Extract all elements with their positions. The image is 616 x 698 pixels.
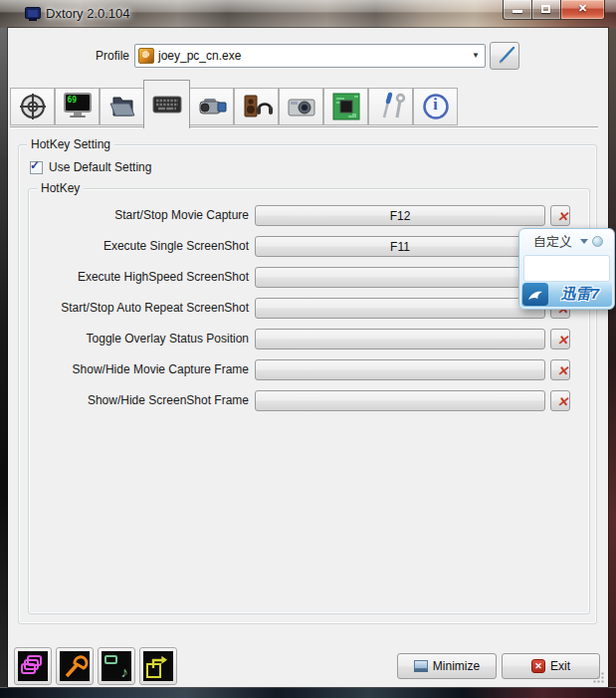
tab-audio[interactable]: [234, 88, 279, 125]
tab-advanced-tools[interactable]: [368, 88, 413, 125]
use-default-setting-label: Use Default Setting: [49, 160, 151, 174]
chip-icon: [330, 91, 362, 122]
keyboard-icon: [151, 89, 183, 120]
hotkey-row-label: Show/Hide Movie Capture Frame: [8, 359, 249, 380]
xunlei-popup-header: 自定义: [519, 229, 614, 254]
stacked-frames-icon: [18, 651, 48, 681]
dxtory-window: Dxtory 2.0.104 ✕ Profile joey_pc_cn.exe …: [0, 0, 616, 698]
red-x-icon: ✕: [557, 394, 568, 409]
xunlei-drop-area[interactable]: [523, 255, 610, 282]
fps-monitor-icon: 69: [63, 93, 93, 120]
hotkey-assign-button[interactable]: [255, 390, 545, 411]
chevron-down-icon[interactable]: [580, 239, 588, 244]
folder-icon: [106, 91, 138, 122]
hotkey-row-label: Start/Stop Auto Repeat ScreenShot: [8, 298, 249, 319]
overlay-export-button[interactable]: [139, 647, 177, 685]
maximize-window-button[interactable]: [532, 0, 560, 20]
music-note-icon: ♪: [121, 663, 129, 680]
media-preview-button[interactable]: ♪: [98, 647, 135, 685]
tab-target[interactable]: [10, 88, 55, 125]
checkmark-icon: ✓: [30, 158, 40, 172]
camera-icon: [286, 91, 317, 122]
caption-buttons: ✕: [503, 0, 605, 20]
profile-label: Profile: [48, 49, 129, 63]
tab-keyboard-hotkeys[interactable]: [143, 80, 190, 128]
window-border-left: [0, 28, 8, 687]
close-icon: ✕: [561, 2, 604, 15]
movie-frames-button[interactable]: [14, 647, 52, 685]
profile-value: joey_pc_cn.exe: [158, 49, 241, 63]
minimize-button-label: Minimize: [433, 659, 480, 673]
window-border-bottom: [0, 687, 616, 698]
hotkey-setting-group-label: HotKey Setting: [27, 137, 114, 151]
hotkey-assign-button[interactable]: [255, 359, 545, 380]
arrow-export-icon: [143, 651, 173, 681]
tab-info[interactable]: i: [413, 88, 458, 125]
xunlei-bird-logo: [522, 283, 548, 306]
hotkey-row-label: Show/Hide ScreenShot Frame: [8, 390, 249, 411]
minimize-to-tray-icon: [414, 660, 428, 672]
wrench-icon: [60, 651, 90, 681]
hotkey-group-label: HotKey: [37, 181, 84, 195]
use-default-setting-checkbox[interactable]: ✓: [30, 161, 43, 174]
chevron-down-icon: ▼: [472, 51, 480, 60]
tab-fps-monitor[interactable]: 69: [55, 88, 100, 125]
hotkey-row-label: Toggle Overlay Status Position: [8, 329, 249, 349]
hotkey-clear-button[interactable]: ✕: [550, 205, 570, 226]
xunlei-brand-label: 迅雷7: [548, 285, 612, 304]
client-area: Profile joey_pc_cn.exe ▼ 69: [8, 28, 608, 687]
minimize-window-button[interactable]: [503, 0, 532, 20]
hotkey-row-label: Execute Single ScreenShot: [8, 236, 249, 257]
red-x-icon: ✕: [557, 209, 568, 224]
hotkey-clear-button[interactable]: ✕: [550, 329, 570, 349]
exit-icon: ✕: [531, 659, 545, 673]
xunlei-custom-menu[interactable]: 自定义: [533, 233, 572, 251]
xunlei-popup: 自定义 迅雷7: [518, 228, 615, 310]
tab-movie-capture[interactable]: [189, 88, 234, 125]
hotkey-clear-button[interactable]: ✕: [550, 359, 570, 380]
profile-avatar-icon: [138, 48, 154, 64]
close-window-button[interactable]: ✕: [560, 0, 605, 20]
crosshair-icon: [17, 91, 49, 122]
hotkey-assign-button[interactable]: F11: [255, 236, 545, 257]
speaker-headphones-icon: [241, 91, 273, 122]
hotkey-assign-button[interactable]: F12: [255, 205, 545, 226]
hotkey-clear-button[interactable]: ✕: [550, 390, 570, 411]
tab-screenshot[interactable]: [279, 88, 323, 125]
red-x-icon: ✕: [557, 363, 568, 378]
maximize-icon: [541, 5, 550, 13]
hotkey-assign-button[interactable]: [255, 298, 545, 319]
tab-folder[interactable]: [100, 88, 144, 125]
minimize-button[interactable]: Minimize: [397, 653, 497, 679]
profile-combobox[interactable]: joey_pc_cn.exe ▼: [134, 44, 486, 68]
fps-value: 69: [68, 96, 78, 105]
globe-icon[interactable]: [592, 236, 603, 247]
window-border-right: [608, 28, 616, 687]
pencil-icon: [497, 44, 518, 66]
resize-grip[interactable]: [592, 671, 605, 684]
tab-codec[interactable]: [323, 88, 368, 125]
camcorder-icon: [196, 91, 228, 122]
app-icon: [25, 7, 41, 22]
edit-profile-button[interactable]: [490, 42, 519, 70]
xunlei-brand-bar[interactable]: 迅雷7: [521, 282, 612, 307]
minimize-icon: [513, 10, 522, 13]
hotkey-row-label: Execute HighSpeed ScreenShot: [8, 267, 249, 288]
window-title: Dxtory 2.0.104: [46, 6, 130, 21]
exit-button-label: Exit: [550, 659, 570, 673]
video-audio-icon: ♪: [102, 651, 131, 681]
hotkey-assign-button[interactable]: [255, 267, 545, 288]
hotkey-assign-button[interactable]: [255, 329, 545, 349]
red-x-icon: ✕: [557, 333, 568, 348]
settings-wrench-button[interactable]: [56, 647, 94, 685]
info-icon: i: [422, 93, 450, 120]
exit-button[interactable]: ✕ Exit: [502, 653, 600, 679]
hotkey-row-label: Start/Stop Movie Capture: [8, 205, 249, 226]
tools-icon: [375, 91, 407, 122]
tab-separator: [10, 126, 598, 128]
